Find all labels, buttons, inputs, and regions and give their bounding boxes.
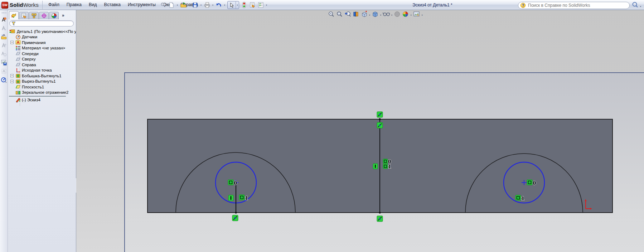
section-view-icon[interactable] xyxy=(352,10,359,18)
graphics-area[interactable]: 0 1 xyxy=(76,10,644,252)
plane-icon xyxy=(15,62,21,67)
relation-midpoint-badge[interactable] xyxy=(377,112,383,117)
tree-item-top-plane[interactable]: Сверху xyxy=(8,57,76,62)
hide-show-items-icon[interactable] xyxy=(383,10,390,18)
solidworks-logo-icon: SW xyxy=(1,2,8,9)
zoom-area-icon[interactable] xyxy=(336,10,343,18)
tree-filter[interactable] xyxy=(9,20,74,26)
select-dropdown[interactable] xyxy=(236,1,239,9)
tab-configuration-manager[interactable] xyxy=(29,12,39,19)
view-orientation-icon[interactable] xyxy=(360,10,368,18)
appearances-dropdown[interactable] xyxy=(410,11,412,17)
annotation-group-icon[interactable] xyxy=(1,51,7,57)
relation-coincident-badge[interactable] xyxy=(383,159,388,164)
new-document-dropdown[interactable] xyxy=(176,1,179,9)
part-document-window[interactable]: 0 1 xyxy=(124,72,644,252)
edit-properties-button[interactable] xyxy=(248,1,256,9)
tree-item-cut-extrude[interactable]: Вырез-Вытянуть1 xyxy=(8,79,76,84)
options-dropdown[interactable] xyxy=(265,1,268,9)
rollback-bar[interactable] xyxy=(9,96,66,97)
measure-compass-icon[interactable] xyxy=(1,77,7,83)
relation-midpoint-badge[interactable] xyxy=(232,215,238,221)
search-magnifier-icon[interactable] xyxy=(632,1,638,9)
relation-coincident-badge[interactable] xyxy=(383,164,388,169)
view-orientation-dropdown[interactable] xyxy=(369,11,371,17)
tree-item-origin[interactable]: Исходная точка xyxy=(8,68,76,73)
help-search-input[interactable] xyxy=(527,3,627,8)
menu-view[interactable]: Вид xyxy=(85,0,101,10)
relation-midpoint-badge[interactable] xyxy=(377,216,383,222)
tree-item-annotations[interactable]: Примечания xyxy=(8,40,76,45)
save-dropdown[interactable] xyxy=(199,1,203,9)
zoom-fit-icon[interactable] xyxy=(328,10,335,18)
print-dropdown[interactable] xyxy=(211,1,214,9)
open-document-button[interactable] xyxy=(179,1,187,9)
apply-scene-dropdown[interactable] xyxy=(421,11,423,17)
relation-coincident-badge[interactable] xyxy=(228,180,233,185)
toolbar-grip[interactable] xyxy=(1,12,6,14)
tree-item-boss-extrude[interactable]: Бобышка-Вытянуть1 xyxy=(8,73,76,79)
tree-item-sensors[interactable]: Датчики xyxy=(8,34,76,40)
tab-property-manager[interactable] xyxy=(19,12,29,19)
help-search-box[interactable] xyxy=(518,2,630,9)
relation-vertical-badge[interactable] xyxy=(373,164,378,169)
options-checklist-button[interactable] xyxy=(257,1,265,9)
expander-icon[interactable] xyxy=(10,80,14,83)
tab-display-manager[interactable] xyxy=(49,12,59,19)
new-document-button[interactable] xyxy=(168,1,175,9)
relation-coincident-badge[interactable] xyxy=(527,180,532,185)
annotations-icon xyxy=(15,40,21,45)
menu-tools[interactable]: Инструменты xyxy=(124,0,159,10)
print-button[interactable] xyxy=(203,1,211,9)
view-settings-icon[interactable] xyxy=(394,10,401,18)
appearances-icon[interactable] xyxy=(402,10,409,18)
relation-coincident-badge[interactable] xyxy=(515,195,521,200)
relation-vertical-badge[interactable] xyxy=(228,195,233,201)
annotation-add-icon[interactable] xyxy=(1,42,7,49)
hide-show-dropdown[interactable] xyxy=(391,11,393,17)
origin-icon xyxy=(15,68,21,73)
annotation-new-icon[interactable] xyxy=(1,16,7,23)
tree-item-part[interactable]: Деталь1 (По умолчанию<<По у xyxy=(8,29,76,34)
annotation-open-icon[interactable] xyxy=(1,34,7,40)
traffic-light-icon[interactable] xyxy=(240,1,248,9)
tree-item-front-plane[interactable]: Спереди xyxy=(8,51,76,57)
tree-item-material[interactable]: Материал <не указан> xyxy=(8,45,76,51)
select-cursor-button[interactable] xyxy=(228,1,236,9)
relation-midpoint-badge[interactable] xyxy=(377,122,383,128)
tree-item-sketch4[interactable]: (-) Эскиз4 xyxy=(8,97,76,103)
apply-scene-icon[interactable] xyxy=(413,10,420,18)
panel-tabs: » xyxy=(9,11,64,19)
menu-edit[interactable]: Правка xyxy=(63,0,85,10)
sensors-icon xyxy=(15,34,21,40)
tab-feature-manager[interactable] xyxy=(9,11,19,19)
menu-pin-icon[interactable] xyxy=(160,2,166,9)
display-style-dropdown[interactable] xyxy=(380,11,382,17)
undo-dropdown[interactable] xyxy=(223,1,226,9)
pattern-icon[interactable] xyxy=(1,68,7,74)
image-save-icon[interactable] xyxy=(1,59,7,66)
search-dropdown[interactable] xyxy=(640,2,641,9)
previous-view-icon[interactable] xyxy=(344,10,351,18)
annotation-toolbar xyxy=(0,10,8,252)
help-balloon-icon xyxy=(520,3,526,8)
tree-item-right-plane[interactable]: Справа xyxy=(8,62,76,68)
menu-file[interactable]: Файл xyxy=(45,0,63,10)
relation-label: 0 xyxy=(388,159,391,164)
open-dropdown[interactable] xyxy=(188,1,191,9)
tree-filter-input[interactable] xyxy=(17,21,72,26)
plane-icon xyxy=(15,51,21,56)
tree-item-mirror[interactable]: Зеркальное отражение2 xyxy=(8,90,76,96)
relation-coincident-badge[interactable] xyxy=(239,195,244,200)
tab-dimxpert-manager[interactable] xyxy=(39,12,49,19)
tree-item-plane1[interactable]: Плоскость1 xyxy=(8,84,76,90)
display-style-icon[interactable] xyxy=(372,10,379,18)
annotation-edit-icon[interactable] xyxy=(1,25,7,32)
expander-icon[interactable] xyxy=(10,74,14,77)
save-button[interactable] xyxy=(191,1,199,9)
expander-icon[interactable] xyxy=(10,41,14,44)
undo-button[interactable] xyxy=(215,1,223,9)
endpoint xyxy=(235,212,237,213)
tabs-overflow-chevron[interactable]: » xyxy=(62,13,64,18)
menu-insert[interactable]: Вставка xyxy=(101,0,124,10)
